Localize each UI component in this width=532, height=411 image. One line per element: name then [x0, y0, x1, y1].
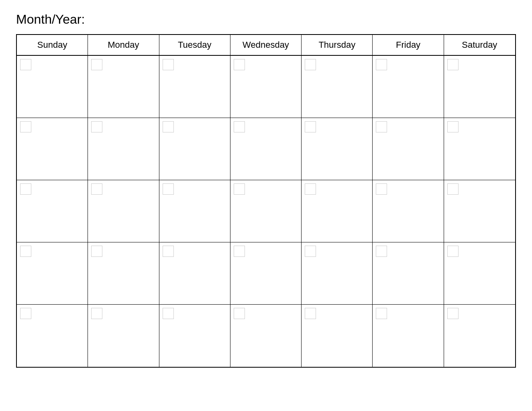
calendar-header: Sunday Monday Tuesday Wednesday Thursday… — [17, 35, 515, 56]
calendar-cell[interactable] — [373, 56, 444, 118]
calendar-row — [17, 242, 515, 305]
date-box — [91, 121, 102, 132]
date-box — [234, 246, 245, 257]
date-box — [91, 59, 102, 70]
calendar-cell[interactable] — [444, 56, 515, 118]
day-header-friday: Friday — [373, 35, 444, 55]
day-header-wednesday: Wednesday — [230, 35, 302, 55]
date-box — [305, 59, 316, 70]
calendar-body — [17, 56, 515, 367]
date-box — [20, 183, 31, 195]
date-box — [163, 59, 174, 70]
calendar-cell[interactable] — [230, 305, 302, 367]
date-box — [447, 59, 459, 70]
day-header-thursday: Thursday — [302, 35, 373, 55]
date-box — [20, 246, 31, 257]
day-header-sunday: Sunday — [17, 35, 88, 55]
calendar-row — [17, 305, 515, 367]
calendar-cell[interactable] — [373, 118, 444, 180]
page-title: Month/Year: — [16, 12, 516, 27]
calendar-cell[interactable] — [88, 242, 159, 304]
date-box — [163, 246, 174, 257]
calendar-row — [17, 56, 515, 118]
calendar-cell[interactable] — [373, 305, 444, 367]
date-box — [447, 308, 459, 319]
date-box — [163, 121, 174, 132]
day-header-tuesday: Tuesday — [159, 35, 230, 55]
calendar-cell[interactable] — [17, 242, 88, 304]
date-box — [163, 308, 174, 319]
date-box — [20, 121, 31, 132]
calendar-row — [17, 118, 515, 180]
date-box — [376, 59, 387, 70]
calendar-cell[interactable] — [88, 56, 159, 118]
calendar-cell[interactable] — [444, 180, 515, 242]
date-box — [376, 246, 387, 257]
calendar-cell[interactable] — [88, 180, 159, 242]
calendar: Sunday Monday Tuesday Wednesday Thursday… — [16, 34, 516, 368]
date-box — [447, 246, 459, 257]
date-box — [91, 183, 102, 195]
date-box — [447, 121, 459, 132]
calendar-cell[interactable] — [444, 118, 515, 180]
calendar-cell[interactable] — [230, 56, 302, 118]
date-box — [305, 183, 316, 195]
calendar-cell[interactable] — [302, 305, 373, 367]
calendar-cell[interactable] — [302, 180, 373, 242]
date-box — [91, 308, 102, 319]
calendar-row — [17, 180, 515, 242]
date-box — [234, 183, 245, 195]
calendar-cell[interactable] — [302, 242, 373, 304]
date-box — [376, 308, 387, 319]
calendar-cell[interactable] — [230, 118, 302, 180]
calendar-cell[interactable] — [17, 305, 88, 367]
calendar-cell[interactable] — [17, 118, 88, 180]
date-box — [20, 59, 31, 70]
date-box — [305, 121, 316, 132]
date-box — [376, 183, 387, 195]
calendar-cell[interactable] — [230, 180, 302, 242]
date-box — [163, 183, 174, 195]
day-header-monday: Monday — [88, 35, 159, 55]
date-box — [91, 246, 102, 257]
day-header-saturday: Saturday — [444, 35, 515, 55]
date-box — [234, 59, 245, 70]
date-box — [376, 121, 387, 132]
calendar-cell[interactable] — [88, 118, 159, 180]
calendar-cell[interactable] — [302, 56, 373, 118]
date-box — [305, 246, 316, 257]
calendar-cell[interactable] — [159, 180, 230, 242]
date-box — [20, 308, 31, 319]
calendar-cell[interactable] — [373, 180, 444, 242]
date-box — [447, 183, 459, 195]
date-box — [305, 308, 316, 319]
calendar-cell[interactable] — [159, 242, 230, 304]
calendar-cell[interactable] — [159, 56, 230, 118]
calendar-cell[interactable] — [17, 180, 88, 242]
date-box — [234, 121, 245, 132]
calendar-cell[interactable] — [444, 305, 515, 367]
calendar-cell[interactable] — [159, 305, 230, 367]
calendar-cell[interactable] — [373, 242, 444, 304]
date-box — [234, 308, 245, 319]
calendar-cell[interactable] — [444, 242, 515, 304]
calendar-cell[interactable] — [88, 305, 159, 367]
calendar-cell[interactable] — [159, 118, 230, 180]
calendar-cell[interactable] — [302, 118, 373, 180]
calendar-cell[interactable] — [230, 242, 302, 304]
calendar-cell[interactable] — [17, 56, 88, 118]
